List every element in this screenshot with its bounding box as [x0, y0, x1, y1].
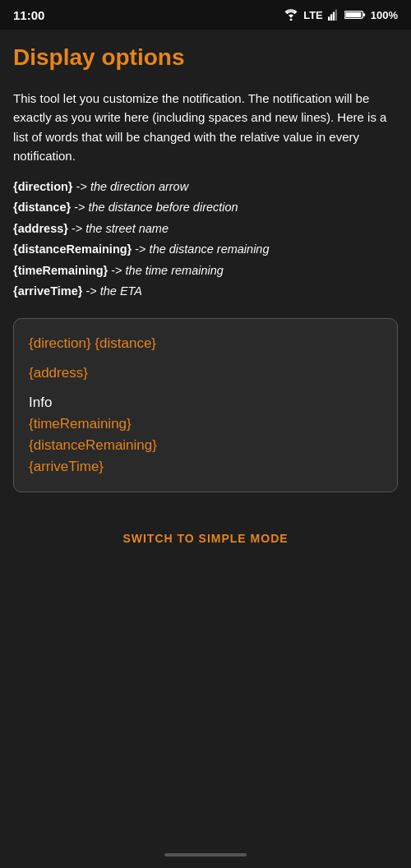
preview-line-3: Info [29, 395, 382, 411]
status-icons: LTE 100% [284, 9, 398, 21]
lte-label: LTE [303, 9, 323, 21]
var-desc-distance-remaining: the distance remaining [150, 242, 270, 256]
signal-icon [328, 9, 339, 21]
preview-line-4: {timeRemaining} [29, 416, 382, 432]
main-content: Display options This tool let you custom… [0, 30, 411, 584]
variable-list: {direction} -> the direction arrow {dist… [13, 177, 398, 302]
switch-button-container: SWITCH TO SIMPLE MODE [13, 517, 398, 568]
preview-line-5: {distanceRemaining} [29, 437, 382, 454]
var-desc-arrive-time: the ETA [100, 284, 142, 298]
preview-line-1: {direction} {distance} [29, 335, 382, 352]
var-key-distance-remaining: {distanceRemaining} [13, 242, 132, 256]
svg-rect-2 [330, 14, 332, 21]
var-item-direction: {direction} -> the direction arrow [13, 177, 398, 197]
page-title: Display options [13, 44, 398, 71]
svg-rect-4 [335, 10, 337, 21]
svg-rect-6 [363, 13, 365, 16]
notification-preview: {direction} {distance} {address} Info {t… [13, 318, 398, 492]
svg-rect-1 [328, 16, 330, 21]
var-key-distance: {distance} [13, 201, 71, 214]
var-desc-distance: the distance before direction [88, 201, 238, 214]
var-item-time-remaining: {timeRemaining} -> the time remaining [13, 261, 398, 281]
var-item-distance: {distance} -> the distance before direct… [13, 197, 398, 218]
var-key-time-remaining: {timeRemaining} [13, 264, 108, 277]
var-desc-direction: the direction arrow [90, 180, 188, 193]
var-item-arrive-time: {arriveTime} -> the ETA [13, 281, 398, 302]
preview-line-2: {address} [29, 365, 382, 381]
battery-icon [344, 9, 366, 21]
var-desc-time-remaining: the time remaining [126, 264, 224, 277]
switch-to-simple-mode-button[interactable]: SWITCH TO SIMPLE MODE [113, 525, 298, 552]
svg-point-0 [290, 19, 293, 21]
var-item-address: {address} -> the street name [13, 219, 398, 239]
svg-rect-7 [345, 12, 361, 17]
var-key-arrive-time: {arriveTime} [13, 284, 82, 298]
var-item-distance-remaining: {distanceRemaining} -> the distance rema… [13, 239, 398, 260]
var-key-direction: {direction} [13, 180, 73, 193]
bottom-nav-indicator [164, 853, 247, 856]
status-time: 11:00 [13, 8, 44, 22]
description-text: This tool let you customize the notifica… [13, 89, 398, 165]
svg-rect-3 [333, 12, 335, 21]
var-desc-address: the street name [85, 222, 169, 235]
battery-label: 100% [371, 9, 398, 21]
preview-line-6: {arriveTime} [29, 459, 382, 475]
var-key-address: {address} [13, 222, 68, 235]
wifi-icon [284, 9, 298, 21]
status-bar: 11:00 LTE 100% [0, 0, 411, 30]
